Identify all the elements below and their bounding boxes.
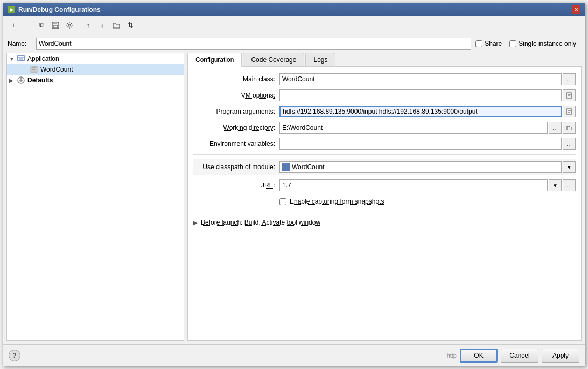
program-args-input[interactable]: [279, 106, 562, 117]
config-panel: Main class: … VM options: Program argume…: [187, 67, 582, 341]
apply-button[interactable]: Apply: [542, 349, 579, 363]
single-instance-label[interactable]: Single instance only: [509, 40, 576, 47]
working-dir-browse-btn[interactable]: …: [549, 122, 562, 134]
toolbar: + − ⧉ ↑ ↓ ⇅: [3, 16, 585, 34]
main-class-label: Main class:: [193, 75, 279, 83]
share-checkbox-label[interactable]: Share: [475, 40, 502, 47]
share-checkbox[interactable]: [475, 40, 482, 47]
defaults-icon: [17, 76, 25, 85]
vm-options-row: VM options:: [193, 89, 576, 101]
vm-options-input[interactable]: [279, 89, 562, 101]
footer: ? http OK Cancel Apply: [3, 344, 585, 366]
right-panel: Configuration Code Coverage Logs Main cl…: [187, 53, 582, 341]
name-label: Name:: [8, 40, 32, 47]
help-button[interactable]: ?: [9, 350, 20, 361]
jre-dropdown-btn[interactable]: ▼: [549, 179, 562, 191]
copy-button[interactable]: ⧉: [36, 19, 47, 31]
name-input[interactable]: [36, 38, 471, 50]
wordcount-icon: [30, 65, 38, 74]
cancel-button[interactable]: Cancel: [501, 349, 538, 363]
tab-code-coverage[interactable]: Code Coverage: [243, 53, 304, 66]
main-content: ▼ Application WordCount ▶ Def: [3, 53, 585, 344]
program-args-label: Program arguments:: [193, 108, 279, 115]
sort-button[interactable]: ⇅: [124, 19, 136, 31]
env-vars-label: Environment variables:: [193, 140, 279, 148]
classpath-value: WordCount: [292, 163, 324, 171]
defaults-label: Defaults: [27, 76, 53, 84]
run-debug-dialog: ▶ Run/Debug Configurations ✕ + − ⧉ ↑ ↓ ⇅…: [3, 3, 585, 366]
before-launch-arrow: ▶: [193, 220, 198, 226]
working-dir-row: Working directory: …: [193, 122, 576, 134]
classpath-row: Use classpath of module: WordCount ▼: [193, 159, 576, 175]
tab-configuration[interactable]: Configuration: [187, 53, 242, 67]
share-label: Share: [485, 40, 502, 47]
jre-label: JRE:: [193, 182, 279, 189]
svg-rect-5: [19, 58, 23, 60]
jre-row: JRE: 1.7 ▼ …: [193, 179, 576, 191]
name-row: Name: Share Single instance only: [3, 34, 585, 53]
ok-button[interactable]: OK: [460, 349, 498, 363]
main-class-input[interactable]: [279, 73, 562, 85]
move-down-button[interactable]: ↓: [96, 19, 108, 31]
program-args-btn[interactable]: [563, 106, 576, 117]
tree-arrow-wordcount: [22, 67, 30, 73]
titlebar-left: ▶ Run/Debug Configurations: [8, 6, 101, 13]
folder-button[interactable]: [110, 19, 122, 31]
working-dir-folder-btn[interactable]: [563, 122, 576, 134]
share-options: Share Single instance only: [475, 40, 580, 47]
classpath-label: Use classpath of module:: [193, 163, 279, 171]
vm-options-label: VM options:: [193, 92, 279, 99]
single-instance-text: Single instance only: [519, 40, 576, 47]
toolbar-separator-1: [79, 20, 79, 30]
jre-browse-btn[interactable]: …: [563, 179, 576, 191]
svg-rect-16: [566, 109, 572, 114]
tree-arrow-defaults: ▶: [9, 78, 17, 83]
footer-left: ?: [9, 350, 20, 361]
before-launch-text: Before launch: Build, Activate tool wind…: [201, 219, 320, 226]
move-up-button[interactable]: ↑: [82, 19, 94, 31]
tree-defaults[interactable]: ▶ Defaults: [7, 75, 184, 86]
env-vars-browse-btn[interactable]: …: [563, 138, 576, 150]
divider: [193, 154, 576, 155]
main-class-browse-btn[interactable]: …: [563, 73, 576, 85]
tree-application[interactable]: ▼ Application: [7, 53, 184, 64]
program-args-row: Program arguments:: [193, 106, 576, 117]
single-instance-checkbox[interactable]: [509, 40, 516, 47]
tree-arrow-application: ▼: [9, 56, 17, 62]
footer-url: http: [447, 352, 457, 359]
working-dir-input[interactable]: [279, 122, 548, 134]
classpath-dropdown-btn[interactable]: ▼: [563, 161, 576, 173]
footer-right: http OK Cancel Apply: [447, 349, 579, 363]
env-vars-row: Environment variables: …: [193, 138, 576, 150]
main-class-row: Main class: …: [193, 73, 576, 85]
working-dir-label: Working directory:: [193, 124, 279, 131]
snapshots-label: Enable capturing form snapshots: [290, 198, 384, 205]
tab-logs[interactable]: Logs: [305, 53, 335, 66]
settings-button[interactable]: [64, 19, 75, 31]
env-vars-input[interactable]: [279, 138, 562, 150]
tree-wordcount[interactable]: WordCount: [7, 64, 184, 75]
save-button[interactable]: [50, 19, 61, 31]
tabs: Configuration Code Coverage Logs: [187, 53, 582, 67]
module-icon: [282, 163, 290, 171]
snapshots-checkbox[interactable]: [279, 198, 286, 205]
application-label: Application: [27, 55, 59, 62]
jre-display: 1.7: [279, 179, 548, 191]
svg-point-3: [68, 24, 71, 26]
classpath-display: WordCount: [279, 161, 562, 173]
add-button[interactable]: +: [8, 19, 19, 31]
svg-rect-1: [53, 22, 57, 24]
remove-button[interactable]: −: [22, 19, 33, 31]
titlebar: ▶ Run/Debug Configurations ✕: [3, 3, 585, 16]
snapshots-row: Enable capturing form snapshots: [279, 198, 576, 205]
config-tree: ▼ Application WordCount ▶ Def: [6, 53, 184, 341]
svg-rect-13: [566, 93, 572, 98]
dialog-title: Run/Debug Configurations: [18, 6, 101, 13]
jre-value: 1.7: [282, 182, 291, 189]
close-button[interactable]: ✕: [572, 5, 580, 14]
vm-options-btn[interactable]: [563, 89, 576, 101]
application-icon: [17, 54, 25, 63]
divider-2: [193, 210, 576, 210]
svg-rect-2: [53, 25, 58, 28]
before-launch[interactable]: ▶ Before launch: Build, Activate tool wi…: [193, 214, 576, 228]
